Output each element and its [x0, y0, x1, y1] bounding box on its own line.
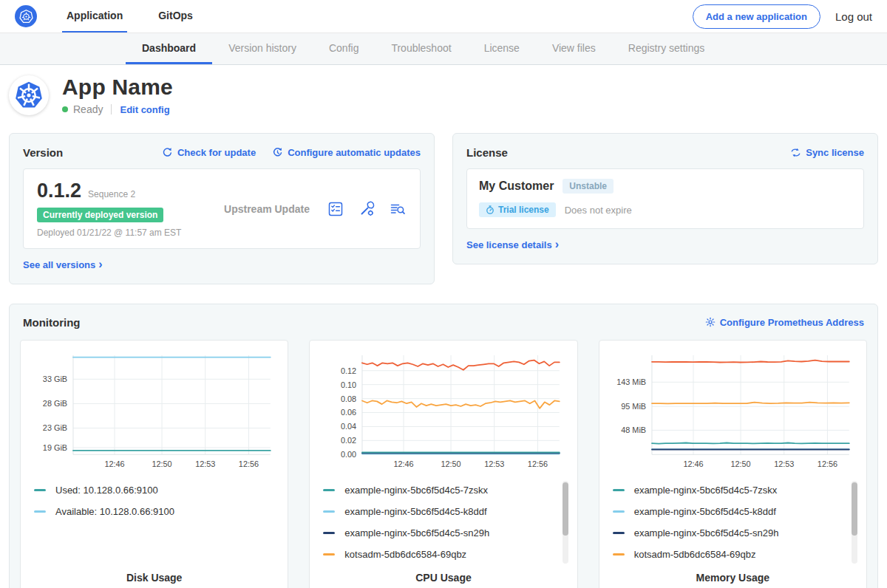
svg-text:0.08: 0.08: [341, 394, 356, 403]
monitoring-title: Monitoring: [23, 316, 80, 329]
legend-scrollbar-track: [852, 481, 857, 564]
legend-label: kotsadm-5db6dc6584-69qbz: [634, 549, 756, 560]
auto-update-clock-icon: [272, 147, 283, 158]
gear-icon: [705, 317, 716, 327]
legend-item: Used: 10.128.0.66:9100: [34, 479, 274, 501]
svg-text:12:50: 12:50: [441, 459, 461, 468]
legend-scrollbar-track: [563, 481, 568, 564]
memory-usage-legend: example-nginx-5bc6f5d4c5-7zskxexample-ng…: [608, 479, 857, 565]
svg-text:28 GiB: 28 GiB: [43, 399, 67, 408]
tab-dashboard[interactable]: Dashboard: [126, 33, 212, 64]
legend-color-dash: [613, 553, 625, 555]
topnav-tab-application[interactable]: Application: [62, 0, 127, 33]
license-type-badge: Trial license: [479, 202, 556, 217]
see-all-versions-link[interactable]: See all versions ›: [23, 259, 103, 270]
svg-text:12:53: 12:53: [195, 459, 215, 468]
svg-text:12:53: 12:53: [484, 459, 504, 468]
version-card-title: Version: [23, 146, 63, 159]
tab-config[interactable]: Config: [313, 33, 375, 64]
svg-text:0.10: 0.10: [341, 380, 356, 389]
tab-registry-settings[interactable]: Registry settings: [612, 33, 721, 64]
license-card: License Sync license My Customer Unstabl…: [452, 133, 878, 264]
disk-usage-chart-card: 33 GiB28 GiB23 GiB19 GiB12:4612:5012:531…: [20, 340, 288, 588]
page-title: App Name: [62, 75, 173, 100]
svg-text:12:56: 12:56: [239, 459, 259, 468]
chart-title: CPU Usage: [319, 566, 568, 588]
refresh-icon: [162, 147, 173, 158]
legend-item: example-nginx-5bc6f5d4c5-7zskx: [613, 479, 853, 501]
svg-text:0.12: 0.12: [341, 366, 356, 375]
svg-text:12:56: 12:56: [818, 459, 837, 468]
memory-usage-chart: 143 MiB95 MiB48 MiB12:4612:5012:5312:56: [608, 349, 857, 474]
svg-text:12:50: 12:50: [152, 459, 171, 468]
logout-link[interactable]: Log out: [835, 10, 872, 23]
app-logo-kubernetes-icon: [9, 75, 49, 115]
legend-item: example-nginx-5bc6f5d4c5-k8ddf: [323, 501, 563, 522]
svg-text:23 GiB: 23 GiB: [43, 423, 67, 432]
topnav-tabs: Application GitOps: [62, 0, 224, 33]
legend-color-dash: [613, 489, 625, 491]
deployed-timestamp: Deployed 01/21/22 @ 11:57 am EST: [37, 228, 207, 238]
view-diff-icon[interactable]: [389, 200, 407, 218]
svg-text:0.04: 0.04: [341, 422, 356, 431]
legend-color-dash: [613, 510, 625, 513]
legend-label: example-nginx-5bc6f5d4c5-k8ddf: [634, 506, 776, 517]
preflight-checks-icon[interactable]: [327, 200, 344, 218]
legend-item: example-nginx-5bc6f5d4c5-7zskx: [323, 479, 563, 501]
legend-color-dash: [323, 553, 335, 555]
version-number: 0.1.2: [37, 180, 81, 202]
tab-view-files[interactable]: View files: [536, 33, 612, 64]
svg-text:12:53: 12:53: [774, 459, 794, 468]
currently-deployed-badge: Currently deployed version: [37, 208, 163, 222]
svg-text:33 GiB: 33 GiB: [43, 375, 67, 383]
check-for-update-link[interactable]: Check for update: [162, 147, 256, 158]
kubernetes-logo-icon: [15, 5, 37, 27]
top-navbar: Application GitOps Add a new application…: [0, 0, 887, 33]
version-sequence: Sequence 2: [88, 189, 135, 199]
configure-automatic-updates-link[interactable]: Configure automatic updates: [272, 147, 421, 158]
monitoring-section: Monitoring Configure Prometheus Address …: [9, 304, 878, 588]
add-new-application-button[interactable]: Add a new application: [693, 4, 820, 29]
legend-color-dash: [323, 532, 335, 534]
sync-license-link[interactable]: Sync license: [790, 147, 864, 158]
legend-scrollbar-thumb[interactable]: [563, 482, 568, 536]
tab-version-history[interactable]: Version history: [212, 33, 313, 64]
tab-license[interactable]: License: [468, 33, 536, 64]
cpu-usage-legend: example-nginx-5bc6f5d4c5-7zskxexample-ng…: [319, 479, 568, 565]
app-header: App Name Ready Edit config: [0, 65, 887, 126]
legend-color-dash: [34, 510, 46, 513]
legend-label: example-nginx-5bc6f5d4c5-k8ddf: [344, 506, 486, 517]
tab-troubleshoot[interactable]: Troubleshoot: [375, 33, 467, 64]
divider: [111, 104, 112, 114]
svg-text:48 MiB: 48 MiB: [621, 425, 646, 434]
legend-item: kotsadm-5db6dc6584-69qbz: [323, 544, 563, 565]
svg-text:19 GiB: 19 GiB: [43, 442, 67, 451]
legend-item: example-nginx-5bc6f5d4c5-sn29h: [323, 522, 563, 544]
legend-color-dash: [323, 510, 335, 513]
version-card: Version Check for update Configure au: [9, 133, 435, 284]
legend-label: example-nginx-5bc6f5d4c5-7zskx: [344, 485, 488, 496]
app-status-label: Ready: [73, 103, 103, 115]
legend-scrollbar-thumb[interactable]: [852, 482, 857, 536]
license-card-title: License: [466, 146, 508, 159]
svg-text:12:56: 12:56: [528, 459, 548, 468]
chevron-right-icon: ›: [98, 259, 102, 270]
svg-text:12:46: 12:46: [104, 459, 124, 468]
topnav-tab-gitops[interactable]: GitOps: [154, 0, 197, 33]
legend-label: example-nginx-5bc6f5d4c5-sn29h: [634, 527, 779, 539]
legend-color-dash: [34, 489, 46, 491]
sync-arrows-icon: [790, 147, 801, 158]
update-type-label: Upstream Update: [224, 203, 310, 215]
see-license-details-link[interactable]: See license details ›: [466, 239, 559, 250]
legend-label: example-nginx-5bc6f5d4c5-7zskx: [634, 485, 778, 496]
legend-color-dash: [613, 532, 625, 534]
legend-label: Available: 10.128.0.66:9100: [55, 506, 174, 517]
customer-name: My Customer: [479, 180, 554, 193]
configure-prometheus-link[interactable]: Configure Prometheus Address: [705, 317, 864, 328]
svg-text:143 MiB: 143 MiB: [616, 377, 646, 386]
svg-text:95 MiB: 95 MiB: [621, 402, 646, 411]
config-wrench-icon[interactable]: [358, 200, 375, 218]
ready-status-dot: [62, 106, 68, 112]
cpu-usage-chart: 0.120.100.080.060.040.020.0012:4612:5012…: [319, 349, 568, 474]
edit-config-link[interactable]: Edit config: [120, 104, 169, 115]
